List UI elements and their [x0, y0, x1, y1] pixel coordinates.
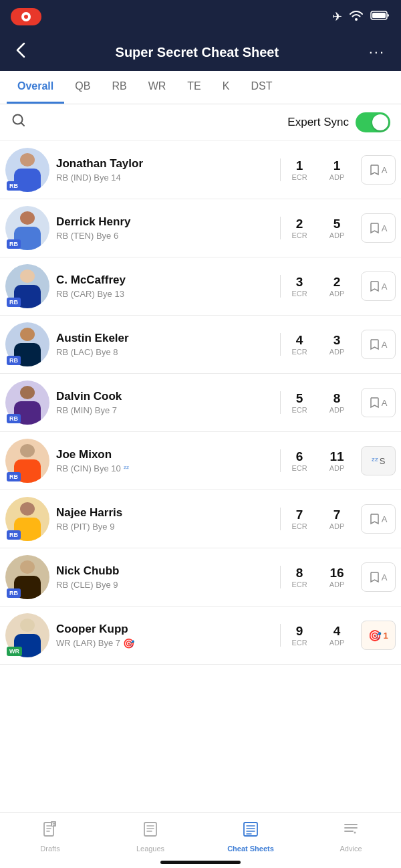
player-avatar: RB	[5, 264, 49, 308]
position-badge: RB	[7, 298, 21, 307]
nav-label-drafts: Drafts	[40, 845, 59, 853]
adp-label: ADP	[323, 464, 350, 472]
ecr-value: 9	[286, 624, 313, 639]
position-badge: RB	[7, 181, 21, 191]
player-details: RB (CLE) Bye 9	[56, 580, 272, 590]
player-row[interactable]: RBC. McCaffreyRB (CAR) Bye 133ECR2ADPA	[0, 257, 401, 316]
player-details: WR (LAR) Bye 7 🎯	[56, 638, 272, 649]
search-icon[interactable]	[11, 112, 27, 132]
svg-point-8	[354, 832, 356, 834]
adp-label: ADP	[323, 231, 350, 239]
adp-label: ADP	[323, 639, 350, 647]
nav-label-advice: Advice	[340, 845, 362, 853]
player-stats: 3ECR2ADP	[280, 275, 356, 298]
player-stats: 9ECR4ADP	[280, 624, 356, 647]
ecr-value: 6	[286, 449, 313, 464]
tab-wr[interactable]: WR	[138, 71, 177, 104]
player-list: RBJonathan TaylorRB (IND) Bye 141ECR1ADP…	[0, 141, 401, 665]
action-button[interactable]: A	[361, 330, 396, 359]
svg-text:F: F	[52, 822, 55, 827]
player-info: Derrick HenryRB (TEN) Bye 6	[56, 215, 277, 241]
player-name: Jonathan Taylor	[56, 157, 272, 171]
header: Super Secret Cheat Sheet ···	[0, 33, 401, 71]
nav-label-leagues: Leagues	[136, 845, 164, 853]
back-button[interactable]	[11, 37, 31, 68]
player-row[interactable]: RBJoe MixonRB (CIN) Bye 10 ᶻᶻ6ECR11ADPᶻᶻ…	[0, 432, 401, 490]
tab-overall[interactable]: Overall	[7, 71, 64, 104]
player-stats: 5ECR8ADP	[280, 391, 356, 414]
expert-sync-toggle[interactable]	[356, 112, 390, 132]
adp-value: 1	[323, 158, 350, 173]
nav-item-cheatsheets[interactable]: Cheat Sheets	[200, 819, 301, 853]
player-avatar: RB	[5, 497, 49, 541]
action-button[interactable]: A	[361, 213, 396, 243]
action-button[interactable]: A	[361, 155, 396, 185]
ecr-label: ECR	[286, 348, 313, 356]
player-name: Nick Chubb	[56, 564, 272, 578]
player-info: Dalvin CookRB (MIN) Bye 7	[56, 390, 277, 415]
adp-label: ADP	[323, 406, 350, 414]
action-button[interactable]: A	[361, 272, 396, 301]
nav-item-drafts[interactable]: F Drafts	[0, 819, 100, 853]
adp-value: 4	[323, 624, 350, 639]
tab-rb[interactable]: RB	[101, 71, 137, 104]
player-avatar: RB	[5, 381, 49, 425]
tab-qb[interactable]: QB	[64, 71, 101, 104]
player-info: Jonathan TaylorRB (IND) Bye 14	[56, 157, 277, 183]
drafts-icon: F	[41, 821, 59, 842]
player-row[interactable]: RBNick ChubbRB (CLE) Bye 98ECR16ADPA	[0, 548, 401, 607]
position-tabs: Overall QB RB WR TE K DST	[0, 71, 401, 104]
tab-te[interactable]: TE	[176, 71, 211, 104]
adp-label: ADP	[323, 173, 350, 181]
action-button[interactable]: 🎯1	[361, 621, 396, 650]
tab-dst[interactable]: DST	[240, 71, 283, 104]
record-button[interactable]	[11, 8, 41, 25]
svg-rect-6	[144, 823, 156, 836]
home-indicator	[160, 861, 241, 864]
player-row[interactable]: RBJonathan TaylorRB (IND) Bye 141ECR1ADP…	[0, 141, 401, 199]
ecr-value: 1	[286, 158, 313, 173]
expert-sync-group: Expert Sync	[287, 112, 390, 132]
player-info: C. McCaffreyRB (CAR) Bye 13	[56, 274, 277, 299]
position-badge: RB	[7, 472, 21, 481]
adp-label: ADP	[323, 522, 350, 530]
more-options-button[interactable]: ···	[364, 38, 390, 66]
player-name: Najee Harris	[56, 506, 272, 520]
player-details: RB (CAR) Bye 13	[56, 289, 272, 299]
ecr-value: 8	[286, 566, 313, 580]
nav-item-leagues[interactable]: Leagues	[100, 819, 200, 853]
player-details: RB (IND) Bye 14	[56, 173, 272, 183]
tab-k[interactable]: K	[212, 71, 241, 104]
player-row[interactable]: WRCooper KuppWR (LAR) Bye 7 🎯9ECR4ADP🎯1	[0, 607, 401, 665]
player-name: Derrick Henry	[56, 215, 272, 229]
player-name: Austin Ekeler	[56, 332, 272, 345]
action-button[interactable]: ᶻᶻ S	[361, 446, 396, 475]
position-badge: RB	[7, 239, 21, 249]
position-badge: RB	[7, 414, 21, 423]
player-row[interactable]: RBDerrick HenryRB (TEN) Bye 62ECR5ADPA	[0, 199, 401, 257]
adp-value: 16	[323, 566, 350, 580]
position-badge: RB	[7, 356, 21, 365]
player-stats: 6ECR11ADP	[280, 449, 356, 472]
cheatsheets-icon	[242, 821, 259, 842]
nav-item-advice[interactable]: Advice	[301, 819, 401, 853]
ecr-label: ECR	[286, 290, 313, 298]
player-avatar: WR	[5, 613, 49, 657]
position-badge: WR	[7, 647, 22, 656]
ecr-label: ECR	[286, 173, 313, 181]
adp-label: ADP	[323, 348, 350, 356]
player-row[interactable]: RBDalvin CookRB (MIN) Bye 75ECR8ADPA	[0, 374, 401, 432]
player-info: Nick ChubbRB (CLE) Bye 9	[56, 564, 277, 590]
player-row[interactable]: RBNajee HarrisRB (PIT) Bye 97ECR7ADPA	[0, 490, 401, 548]
ecr-value: 4	[286, 333, 313, 348]
ecr-label: ECR	[286, 639, 313, 647]
action-button[interactable]: A	[361, 388, 396, 417]
search-sync-row: Expert Sync	[0, 104, 401, 141]
player-details: RB (LAC) Bye 8	[56, 347, 272, 357]
player-row[interactable]: RBAustin EkelerRB (LAC) Bye 84ECR3ADPA	[0, 316, 401, 374]
action-button[interactable]: A	[361, 562, 396, 592]
ecr-label: ECR	[286, 231, 313, 239]
adp-value: 7	[323, 508, 350, 522]
ecr-label: ECR	[286, 406, 313, 414]
action-button[interactable]: A	[361, 504, 396, 534]
